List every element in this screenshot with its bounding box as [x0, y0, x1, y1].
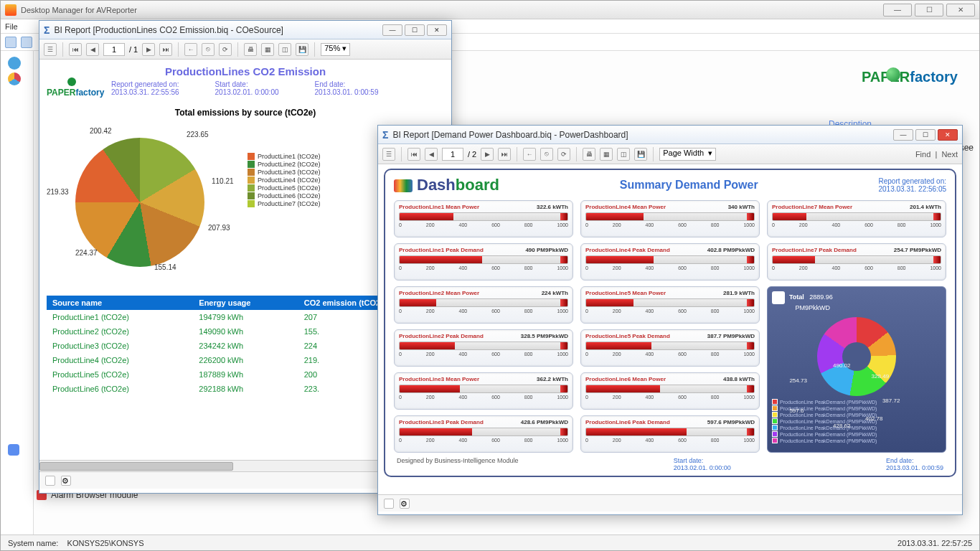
total-panel: Total 2889.96 PM9PkkWD387.72402.78428.62…	[767, 286, 946, 453]
gauge: ProductionLine7 Mean Power201.4 kWTh0200…	[767, 200, 946, 237]
refresh-button[interactable]: ⟳	[557, 148, 570, 161]
page-input[interactable]	[442, 148, 463, 161]
gauge: ProductionLine2 Mean Power224 kWTh020040…	[394, 286, 573, 324]
page-setup-button[interactable]: ◫	[278, 43, 291, 56]
close-button[interactable]: ✕	[427, 24, 447, 36]
report2-titlebar[interactable]: Σ BI Report [Demand Power Dashboard.biq …	[378, 126, 962, 144]
zoom-select[interactable]: Page Width ▾	[659, 148, 716, 161]
toolbar-icon[interactable]	[5, 37, 17, 48]
gauge: ProductionLine4 Peak Demand402.8 PM9PkkW…	[580, 243, 760, 281]
page-input[interactable]	[103, 43, 125, 56]
sidebar-toggle-icon[interactable]: ☰	[44, 43, 57, 56]
info-icon[interactable]	[384, 499, 394, 509]
report-window-dashboard: Σ BI Report [Demand Power Dashboard.biq …	[377, 125, 963, 515]
tree-node-icon[interactable]	[8, 57, 21, 70]
gen-value: 2013.03.31. 22:55:56	[111, 88, 179, 96]
status-sys-value: KONSYS25\KONSYS	[67, 539, 144, 547]
stop-button[interactable]: ⦸	[540, 148, 553, 161]
end-value: 2013.03.01. 0:00:59	[315, 88, 379, 96]
report2-bottombar: ⚙	[378, 494, 962, 512]
prev-page-button[interactable]: ◀	[425, 148, 438, 161]
dashboard-gen: Report generated on:2013.03.31. 22:56:05	[878, 177, 946, 193]
next-link[interactable]: Next	[941, 150, 958, 159]
gauge: ProductionLine4 Mean Power340 kWTh020040…	[580, 200, 760, 237]
page-total: / 1	[129, 45, 138, 54]
report1-report-title: ProductionLines CO2 Emission	[47, 65, 444, 77]
report1-titlebar[interactable]: Σ BI Report [ProductionLines CO2 Emissio…	[39, 21, 451, 39]
gauge: ProductionLine1 Peak Demand490 PM9PkkWD0…	[394, 243, 573, 281]
close-button[interactable]: ✕	[946, 4, 975, 17]
info-icon[interactable]	[45, 476, 55, 486]
first-page-button[interactable]: ⏮	[407, 148, 420, 161]
pie-legend: ProductLine1 (tCO2e)ProductLine2 (tCO2e)…	[248, 152, 321, 281]
back-button[interactable]: ←	[523, 148, 536, 161]
dashboard-footer: Designed by Business-Intelligence Module…	[394, 457, 946, 471]
last-page-button[interactable]: ⏭	[159, 43, 172, 56]
sigma-icon: Σ	[382, 129, 388, 141]
report1-toolbar: ☰ ⏮ ◀ / 1 ▶ ⏭ ← ⦸ ⟳ 🖶 ▦ ◫ 💾 75% ▾	[39, 39, 451, 60]
status-time: 2013.03.31. 22:57:25	[897, 539, 972, 547]
start-label: Start date:	[215, 80, 279, 88]
th-energy: Energy usage	[193, 296, 298, 310]
gauge: ProductionLine5 Peak Demand387.7 PM9PkkW…	[580, 329, 760, 367]
end-label: End date:	[315, 80, 379, 88]
gauge: ProductionLine7 Peak Demand254.7 PM9PkkW…	[767, 243, 946, 281]
first-page-button[interactable]: ⏮	[69, 43, 82, 56]
paperfactory-logo-small: PAPERfactory	[47, 77, 97, 98]
report2-body: Dashboard Summary Demand Power Report ge…	[378, 164, 962, 494]
main-titlebar[interactable]: Desktop Manager for AVReporter — ☐ ✕	[1, 1, 979, 19]
save-button[interactable]: 💾	[296, 43, 308, 56]
status-sys-label: System name:	[8, 539, 58, 547]
dashboard-title: Summary Demand Power	[620, 179, 758, 192]
dashboard-page: Dashboard Summary Demand Power Report ge…	[384, 169, 956, 477]
gauge: ProductionLine5 Mean Power281.9 kWTh0200…	[580, 286, 760, 324]
toolbar-icon[interactable]	[21, 37, 32, 48]
statusbar: System name: KONSYS25\KONSYS 2013.03.31.…	[1, 534, 979, 550]
minimize-button[interactable]: —	[883, 4, 912, 17]
back-button[interactable]: ←	[184, 43, 197, 56]
dashboard-logo: Dashboard	[394, 176, 499, 194]
app-title: Desktop Manager for AVReporter	[21, 6, 137, 14]
gauges-grid: ProductionLine1 Mean Power322.6 kWTh0200…	[394, 200, 946, 453]
refresh-button[interactable]: ⟳	[219, 43, 232, 56]
tree-link-icon[interactable]	[8, 444, 19, 456]
report2-toolbar: ☰ ⏮ ◀ / 2 ▶ ⏭ ← ⦸ ⟳ 🖶 ▦ ◫ 💾 Page Width ▾…	[378, 144, 962, 164]
stop-button[interactable]: ⦸	[202, 43, 215, 56]
minimize-button[interactable]: —	[382, 24, 402, 36]
close-button[interactable]: ✕	[938, 129, 958, 141]
last-page-button[interactable]: ⏭	[498, 148, 511, 161]
sidebar-tree[interactable]	[1, 51, 34, 534]
gen-label: Report generated on:	[111, 80, 179, 88]
designed-by: Designed by Business-Intelligence Module	[397, 457, 519, 471]
pie-chart: 200.42223.65110.21207.93155.14224.37219.…	[47, 123, 233, 281]
page-setup-button[interactable]: ◫	[617, 148, 630, 161]
maximize-button[interactable]: ☐	[915, 129, 936, 141]
maximize-button[interactable]: ☐	[915, 4, 943, 17]
report2-title: BI Report [Demand Power Dashboard.biq - …	[392, 130, 628, 140]
gauge: ProductionLine3 Mean Power362.2 kWTh0200…	[394, 372, 573, 410]
maximize-button[interactable]: ☐	[405, 24, 425, 36]
print-button[interactable]: 🖶	[244, 43, 257, 56]
gear-icon[interactable]: ⚙	[61, 476, 71, 486]
next-page-button[interactable]: ▶	[481, 148, 494, 161]
sigma-icon: Σ	[44, 24, 50, 36]
layout-button[interactable]: ▦	[261, 43, 274, 56]
layout-button[interactable]: ▦	[600, 148, 613, 161]
gauge: ProductionLine6 Mean Power438.8 kWTh0200…	[580, 372, 760, 410]
menu-file[interactable]: File	[5, 22, 18, 31]
minimize-button[interactable]: —	[893, 129, 913, 141]
find-link[interactable]: Find	[915, 150, 930, 159]
save-button[interactable]: 💾	[634, 148, 647, 161]
gauge: ProductionLine3 Peak Demand428.6 PM9PkkW…	[394, 415, 573, 453]
gauge: ProductionLine6 Peak Demand597.6 PM9PkkW…	[580, 415, 760, 453]
tree-node-icon[interactable]	[8, 72, 21, 85]
gear-icon[interactable]: ⚙	[400, 499, 410, 509]
gauge: ProductionLine2 Peak Demand328.5 PM9PkkW…	[394, 329, 573, 367]
print-button[interactable]: 🖶	[583, 148, 595, 161]
next-page-button[interactable]: ▶	[142, 43, 155, 56]
paperfactory-logo: PAPERfactory	[862, 69, 958, 85]
sidebar-toggle-icon[interactable]: ☰	[382, 148, 395, 161]
gauge: ProductionLine1 Mean Power322.6 kWTh0200…	[394, 200, 573, 237]
prev-page-button[interactable]: ◀	[86, 43, 99, 56]
zoom-select[interactable]: 75% ▾	[321, 43, 350, 56]
